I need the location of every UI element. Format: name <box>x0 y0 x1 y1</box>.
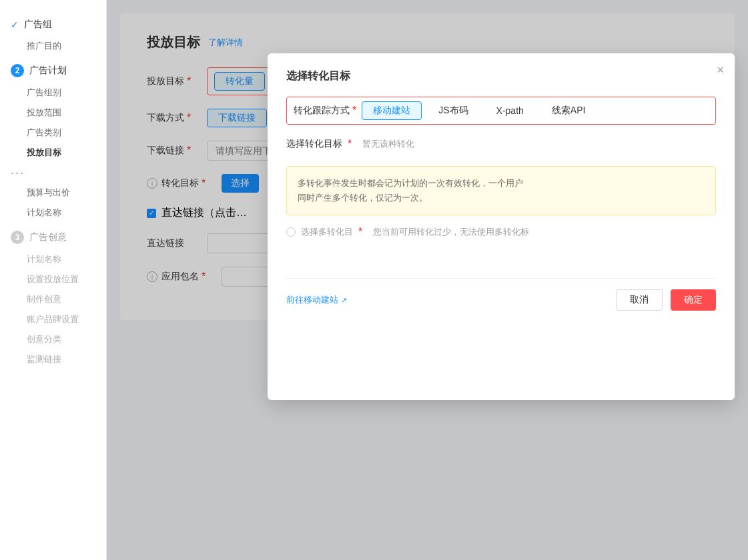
check-icon: ✓ <box>11 19 19 30</box>
tracking-opt-xpath[interactable]: X-path <box>485 101 535 120</box>
sidebar-item-delivery-target[interactable]: 投放目标 <box>0 143 106 163</box>
multi-conversion-row: 选择多转化目 * 您当前可用转化过少，无法使用多转化标 <box>286 226 716 238</box>
modal-conversion-target-row: 选择转化目标 * 暂无该种转化 <box>286 138 716 150</box>
tracking-options: 移动建站 JS布码 X-path 线索API <box>362 101 597 120</box>
sidebar-item-ad-category[interactable]: 广告类别 <box>0 123 106 143</box>
multi-conversion-radio[interactable] <box>286 227 296 237</box>
step-3-icon: 3 <box>11 231 24 244</box>
sidebar-item-create-creative[interactable]: 制作创意 <box>0 289 106 309</box>
sidebar-item-delivery-range[interactable]: 投放范围 <box>0 103 106 123</box>
footer-actions: 取消 确定 <box>616 289 716 311</box>
modal-dialog: 选择转化目标 × 转化跟踪方式 * 移动建站 JS布码 X-path 线索API… <box>268 53 735 400</box>
sidebar: ✓ 广告组 推广目的 2 广告计划 广告组别 投放范围 广告类别 投放目标 ··… <box>0 0 107 560</box>
sidebar-item-tracking-link[interactable]: 监测链接 <box>0 349 106 369</box>
footer-mobile-site-link[interactable]: 前往移动建站 ↗ <box>286 294 347 306</box>
step-2-icon: 2 <box>11 64 24 77</box>
sidebar-item-brand-settings[interactable]: 账户品牌设置 <box>0 309 106 329</box>
sidebar-group-ad-creative[interactable]: 3 广告创意 <box>0 225 106 249</box>
sidebar-group-ad-plan[interactable]: 2 广告计划 <box>0 59 106 83</box>
modal-required-dot: * <box>352 105 356 117</box>
sidebar-item-dots: ··· <box>0 163 106 183</box>
sidebar-section-2: 2 广告计划 广告组别 投放范围 广告类别 投放目标 ··· 预算与出价 计划名… <box>0 59 106 223</box>
sidebar-section-1: ✓ 广告组 推广目的 <box>0 13 106 56</box>
sidebar-group1-label: 广告组 <box>24 19 52 31</box>
modal-required-dot-2: * <box>348 138 352 150</box>
info-box: 多转化事件发生时都会记为计划的一次有效转化，一个用户 同时产生多个转化，仅记为一… <box>286 166 716 215</box>
modal-title: 选择转化目标 <box>286 69 716 83</box>
sidebar-group3-label: 广告创意 <box>29 231 67 243</box>
sidebar-item-creative-plan-name[interactable]: 计划名称 <box>0 249 106 269</box>
tracking-opt-mobile-site[interactable]: 移动建站 <box>362 101 422 120</box>
multi-required-dot: * <box>358 226 362 238</box>
sidebar-item-ad-group[interactable]: 广告组别 <box>0 83 106 103</box>
modal-conversion-target-label: 选择转化目标 <box>286 138 342 150</box>
external-link-icon: ↗ <box>341 296 347 305</box>
confirm-button[interactable]: 确定 <box>671 289 716 311</box>
cancel-button[interactable]: 取消 <box>616 289 663 311</box>
sidebar-item-creative-category[interactable]: 创意分类 <box>0 329 106 349</box>
sidebar-group2-label: 广告计划 <box>29 65 67 77</box>
no-conversion-text: 暂无该种转化 <box>362 138 414 150</box>
sidebar-group-ad-group[interactable]: ✓ 广告组 <box>0 13 106 36</box>
multi-conversion-label: 选择多转化目 <box>301 226 353 238</box>
tracking-opt-js[interactable]: JS布码 <box>427 101 479 120</box>
sidebar-item-plan-name[interactable]: 计划名称 <box>0 203 106 223</box>
multi-conversion-warning: 您当前可用转化过少，无法使用多转化标 <box>373 226 529 238</box>
tracking-method-group: 转化跟踪方式 * 移动建站 JS布码 X-path 线索API <box>286 97 716 125</box>
tracking-opt-api[interactable]: 线索API <box>540 101 597 120</box>
sidebar-item-budget[interactable]: 预算与出价 <box>0 183 106 203</box>
sidebar-section-3: 3 广告创意 计划名称 设置投放位置 制作创意 账户品牌设置 创意分类 监测链接 <box>0 225 106 369</box>
modal-overlay: 选择转化目标 × 转化跟踪方式 * 移动建站 JS布码 X-path 线索API… <box>107 0 748 560</box>
modal-footer: 前往移动建站 ↗ 取消 确定 <box>286 278 716 311</box>
sidebar-item-promo-goal[interactable]: 推广目的 <box>0 36 106 56</box>
modal-close-btn[interactable]: × <box>717 64 724 76</box>
sidebar-item-set-position[interactable]: 设置投放位置 <box>0 269 106 289</box>
info-box-line1: 多转化事件发生时都会记为计划的一次有效转化，一个用户 <box>298 176 705 191</box>
info-box-line2: 同时产生多个转化，仅记为一次。 <box>298 191 705 205</box>
tracking-method-label: 转化跟踪方式 * <box>294 105 356 117</box>
